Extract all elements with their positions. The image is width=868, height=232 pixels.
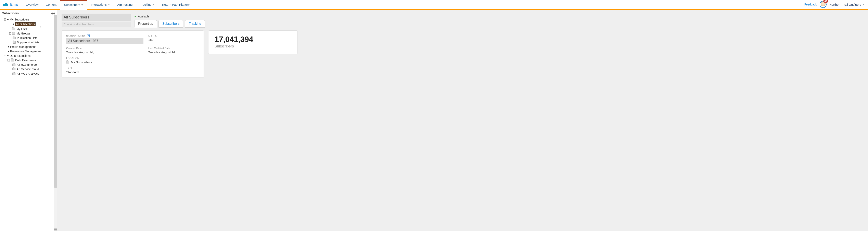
topbar-right: Feedback 42 Northern Trail Outfitters [804,1,868,8]
svg-point-2 [6,4,8,6]
folder-icon [12,37,16,39]
chevron-down-icon [81,4,83,5]
title-block: All Subscribers Contains all subscribers [62,13,131,27]
status-text: Available [138,15,150,18]
status-row: ✔ Available [134,13,205,18]
app-name: Email [10,2,19,7]
folder-icon [12,64,16,66]
modified-date-value: Tuesday, August 14 [148,50,199,54]
subscriber-count-value: 17,041,394 [215,35,291,44]
tree-node-my-subscribers[interactable]: − My Subscribers [4,17,56,22]
folder-icon [11,59,14,62]
collapse-icon[interactable]: − [4,55,6,57]
content-tabs: Properties Subscribers Tracking [134,20,205,28]
tab-properties[interactable]: Properties [134,20,157,28]
content-header: All Subscribers Contains all subscribers… [57,10,868,28]
chevron-down-icon [862,4,864,5]
subscriber-count-label: Subscribers [215,44,291,48]
sidebar: Subscribers ◀◀ − My Subscribers All Subs… [0,10,57,231]
tab-tracking[interactable]: Tracking [185,20,205,28]
user-avatar[interactable]: 42 [819,1,827,8]
nav-tab-interactions[interactable]: Interactions [87,0,114,9]
tree-node-suppression-lists[interactable]: Suppression Lists [9,40,56,45]
external-key-label: EXTERNAL KEY ? [66,34,144,37]
salesforce-cloud-icon [2,2,8,6]
feedback-link[interactable]: Feedback [804,3,817,6]
folder-icon [12,68,16,70]
list-id-value: 180 [148,38,199,41]
bullet-icon [8,51,9,52]
tree-node-ab-ecommerce[interactable]: AB eCommerce [12,63,56,67]
expand-icon[interactable]: + [9,28,11,30]
created-date-value: Tuesday, August 14, [66,50,144,54]
content-area: All Subscribers Contains all subscribers… [57,10,868,231]
collapse-sidebar-icon[interactable]: ◀◀ [51,12,55,15]
tree-node-ab-service-cloud[interactable]: AB Service Cloud [12,67,56,71]
main-area: Subscribers ◀◀ − My Subscribers All Subs… [0,10,868,231]
created-date-label: Created Date [66,47,144,50]
type-value: Standard [66,70,199,74]
nav-tab-content[interactable]: Content [42,0,60,9]
collapse-icon[interactable]: − [7,59,10,62]
nav-tab-return-path[interactable]: Return Path Platform [158,0,194,9]
tree-node-my-groups[interactable]: + My Groups [9,31,56,36]
scroll-thumb[interactable] [54,15,57,188]
folder-icon [66,61,69,64]
nav-tab-overview[interactable]: Overview [22,0,42,9]
nav-tab-ab-testing[interactable]: A/B Testing [114,0,136,9]
chevron-down-icon [108,4,110,5]
expand-icon[interactable]: + [9,33,11,35]
app-logo-area: Email [0,2,22,7]
check-icon: ✔ [134,15,137,18]
modified-date-label: Last Modified Date [148,47,199,50]
external-key-value: All Subscribers - 957 [66,38,144,44]
type-label: TYPE [66,67,199,70]
properties-panel: EXTERNAL KEY ? All Subscribers - 957 LIS… [62,30,204,78]
sidebar-header: Subscribers ◀◀ [0,10,57,16]
folder-icon [12,41,16,44]
resize-handle-icon[interactable] [54,228,57,231]
tree-node-profile-management[interactable]: Profile Management [4,45,56,49]
location-label: LOCATION [66,57,199,60]
bullet-icon [12,24,14,25]
nav-tab-subscribers[interactable]: Subscribers [60,0,87,10]
nav-tabs: Overview Content Subscribers Interaction… [22,0,194,9]
bullet-icon [7,55,8,56]
sidebar-title: Subscribers [2,11,19,15]
page-title: All Subscribers [62,13,131,21]
tree-node-data-extensions-root[interactable]: − Data Extensions [4,53,56,58]
subscriber-count-panel: 17,041,394 Subscribers [208,30,298,54]
tree-node-data-extensions[interactable]: − Data Extensions [7,58,56,63]
notification-badge: 42 [823,0,828,3]
bullet-icon [8,46,9,47]
page-subtitle: Contains all subscribers [62,22,131,27]
help-icon[interactable]: ? [87,34,90,37]
nav-tab-tracking[interactable]: Tracking [136,0,158,9]
list-id-label: LIST ID [148,34,199,37]
folder-icon [12,72,16,75]
folder-icon [12,32,15,35]
location-value: My Subscribers [66,61,199,64]
sidebar-tree: − My Subscribers All Subscribers ↖ + My … [0,16,57,231]
tree-node-publication-lists[interactable]: Publication Lists [9,36,56,40]
folder-icon [12,28,15,30]
tree-node-preference-management[interactable]: Preference Management [4,49,56,53]
sidebar-scrollbar[interactable] [54,15,57,231]
collapse-icon[interactable]: − [4,18,6,21]
panels-row: EXTERNAL KEY ? All Subscribers - 957 LIS… [57,28,868,82]
chevron-down-icon [153,4,155,5]
top-nav: Email Overview Content Subscribers Inter… [0,0,868,10]
tab-subscribers[interactable]: Subscribers [158,20,183,28]
bullet-icon [7,19,8,20]
status-and-tabs: ✔ Available Properties Subscribers Track… [134,13,205,28]
tree-node-ab-web-analytics[interactable]: AB Web Analytics [12,71,56,76]
org-switcher[interactable]: Northern Trail Outfitters [829,3,864,6]
